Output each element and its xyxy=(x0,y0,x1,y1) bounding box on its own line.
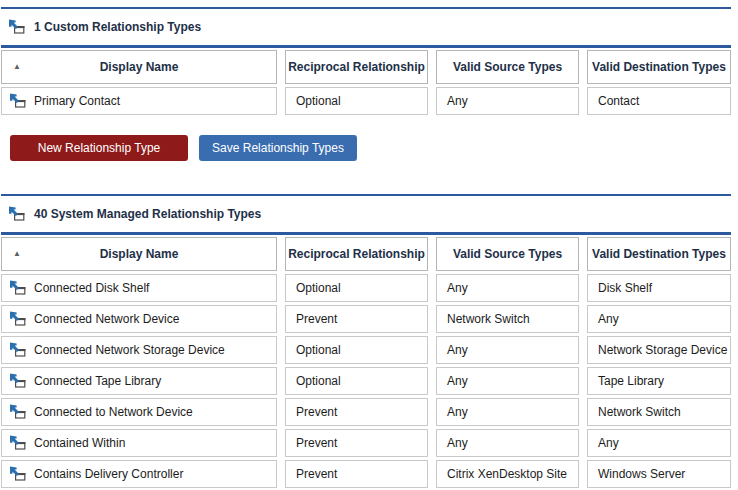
table-cell-reciprocal-relationship[interactable]: Prevent xyxy=(285,429,428,457)
table-cell-valid-source-types[interactable]: Any xyxy=(436,398,579,426)
table-cell-valid-destination-types[interactable]: Windows Server xyxy=(587,460,731,488)
table-cell-valid-destination-types[interactable]: Disk Shelf xyxy=(587,274,731,302)
column-header-valid-source-types[interactable]: Valid Source Types xyxy=(436,50,579,84)
sort-ascending-icon[interactable]: ▲ xyxy=(13,62,21,71)
table-cell-reciprocal-relationship[interactable]: Prevent xyxy=(285,305,428,333)
relationship-type-icon xyxy=(9,280,26,296)
relationship-type-icon xyxy=(9,93,26,109)
column-header-display-name[interactable]: ▲ Display Name xyxy=(1,50,277,84)
display-name-text: Connected Network Device xyxy=(34,312,179,326)
table-cell-reciprocal-relationship[interactable]: Prevent xyxy=(285,398,428,426)
sort-ascending-icon[interactable]: ▲ xyxy=(13,249,21,258)
table-cell-valid-source-types[interactable]: Any xyxy=(436,429,579,457)
section-title: 40 System Managed Relationship Types xyxy=(34,207,261,221)
table-cell-reciprocal-relationship[interactable]: Optional xyxy=(285,367,428,395)
table-cell-display-name[interactable]: Connected to Network Device xyxy=(1,398,277,426)
display-name-text: Connected Tape Library xyxy=(34,374,161,388)
column-header-valid-destination-types[interactable]: Valid Destination Types xyxy=(587,237,731,271)
table-cell-valid-source-types[interactable]: Citrix XenDesktop Site xyxy=(436,460,579,488)
table-cell-display-name[interactable]: Primary Contact xyxy=(1,87,277,115)
table-cell-valid-source-types[interactable]: Any xyxy=(436,367,579,395)
table-cell-reciprocal-relationship[interactable]: Optional xyxy=(285,274,428,302)
table-cell-reciprocal-relationship[interactable]: Optional xyxy=(285,336,428,364)
table-cell-display-name[interactable]: Connected Tape Library xyxy=(1,367,277,395)
relationship-types-page: 1 Custom Relationship Types ▲ Display Na… xyxy=(1,7,731,488)
table-cell-valid-destination-types[interactable]: Any xyxy=(587,305,731,333)
table-cell-valid-destination-types[interactable]: Contact xyxy=(587,87,731,115)
custom-relationship-table: ▲ Display Name Reciprocal Relationship V… xyxy=(1,45,731,115)
section-header: 1 Custom Relationship Types xyxy=(1,7,731,45)
table-cell-valid-destination-types[interactable]: Network Switch xyxy=(587,398,731,426)
display-name-text: Connected Network Storage Device xyxy=(34,343,225,357)
display-name-text: Connected to Network Device xyxy=(34,405,193,419)
relationship-type-icon xyxy=(8,19,25,35)
relationship-type-icon xyxy=(9,311,26,327)
table-cell-valid-destination-types[interactable]: Network Storage Device xyxy=(587,336,731,364)
table-cell-display-name[interactable]: Contained Within xyxy=(1,429,277,457)
display-name-text: Primary Contact xyxy=(34,94,120,108)
table-cell-valid-source-types[interactable]: Any xyxy=(436,274,579,302)
display-name-text: Contained Within xyxy=(34,436,125,450)
table-cell-valid-destination-types[interactable]: Any xyxy=(587,429,731,457)
custom-relationship-types-section: 1 Custom Relationship Types ▲ Display Na… xyxy=(1,7,731,115)
action-buttons: New Relationship Type Save Relationship … xyxy=(10,135,731,161)
column-header-valid-destination-types[interactable]: Valid Destination Types xyxy=(587,50,731,84)
system-managed-relationship-types-section: 40 System Managed Relationship Types ▲ D… xyxy=(1,194,731,488)
table-cell-display-name[interactable]: Connected Network Device xyxy=(1,305,277,333)
table-cell-valid-source-types[interactable]: Any xyxy=(436,336,579,364)
relationship-type-icon xyxy=(9,373,26,389)
column-header-reciprocal-relationship[interactable]: Reciprocal Relationship xyxy=(285,237,428,271)
table-cell-reciprocal-relationship[interactable]: Prevent xyxy=(285,460,428,488)
relationship-type-icon xyxy=(9,342,26,358)
display-name-text: Connected Disk Shelf xyxy=(34,281,149,295)
table-cell-valid-source-types[interactable]: Any xyxy=(436,87,579,115)
display-name-text: Contains Delivery Controller xyxy=(34,467,183,481)
relationship-type-icon xyxy=(9,404,26,420)
table-cell-valid-destination-types[interactable]: Tape Library xyxy=(587,367,731,395)
table-cell-valid-source-types[interactable]: Network Switch xyxy=(436,305,579,333)
system-managed-relationship-table: ▲ Display Name Reciprocal Relationship V… xyxy=(1,232,731,488)
section-header: 40 System Managed Relationship Types xyxy=(1,194,731,232)
table-cell-display-name[interactable]: Contains Delivery Controller xyxy=(1,460,277,488)
column-header-display-name[interactable]: ▲ Display Name xyxy=(1,237,277,271)
new-relationship-type-button[interactable]: New Relationship Type xyxy=(10,135,188,161)
relationship-type-icon xyxy=(8,206,25,222)
column-header-valid-source-types[interactable]: Valid Source Types xyxy=(436,237,579,271)
section-title: 1 Custom Relationship Types xyxy=(34,20,201,34)
relationship-type-icon xyxy=(9,466,26,482)
table-cell-display-name[interactable]: Connected Network Storage Device xyxy=(1,336,277,364)
relationship-type-icon xyxy=(9,435,26,451)
column-header-reciprocal-relationship[interactable]: Reciprocal Relationship xyxy=(285,50,428,84)
save-relationship-types-button[interactable]: Save Relationship Types xyxy=(199,135,357,161)
table-cell-reciprocal-relationship[interactable]: Optional xyxy=(285,87,428,115)
table-cell-display-name[interactable]: Connected Disk Shelf xyxy=(1,274,277,302)
